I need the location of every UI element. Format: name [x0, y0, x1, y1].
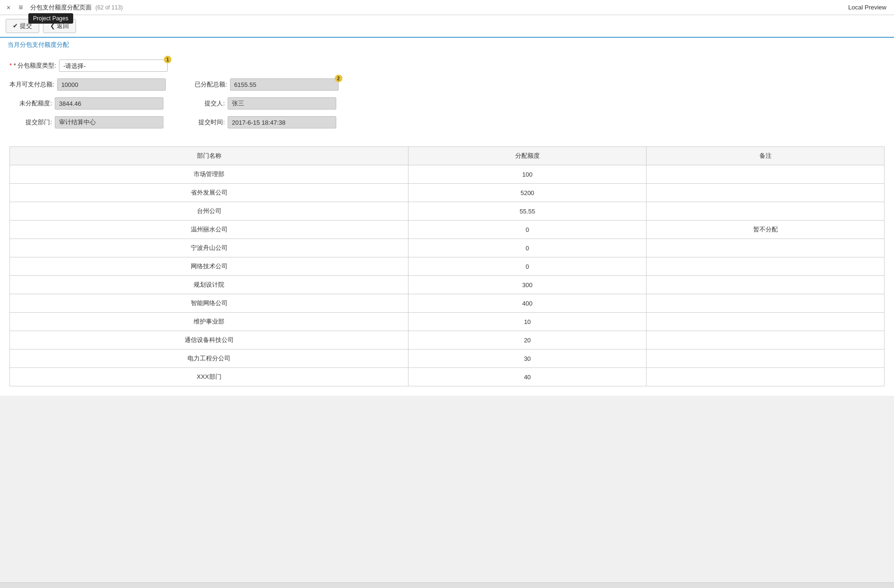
cell-dept: 省外发展公司 — [10, 184, 409, 202]
cell-quota: 300 — [409, 276, 647, 294]
toolbar: ✔ 提交 ❮ 返回 — [0, 15, 894, 37]
content-area: ✔ 提交 ❮ 返回 当月分包支付额度分配 * 分包额度类型: -请选择- 1 本… — [0, 15, 894, 396]
unallocated-label: 未分配额度: — [9, 99, 52, 108]
cell-note — [647, 368, 885, 386]
allocation-table: 部门名称 分配额度 备注 市场管理部100省外发展公司5200台州公司55.55… — [9, 146, 885, 386]
cell-quota: 30 — [409, 349, 647, 368]
allocated-total-label: 已分配总额: — [185, 80, 227, 89]
col-header-note: 备注 — [647, 147, 885, 165]
table-row: 温州丽水公司0暂不分配 — [10, 221, 885, 239]
form-row-unallocated: 未分配额度: 提交人: — [9, 97, 885, 110]
monthly-quota-label: 本月可支付总额: — [9, 80, 54, 89]
cell-quota: 5200 — [409, 184, 647, 202]
quota-type-select[interactable]: -请选择- — [59, 60, 168, 72]
table-body: 市场管理部100省外发展公司5200台州公司55.55温州丽水公司0暂不分配宁波… — [10, 165, 885, 386]
cell-quota: 0 — [409, 221, 647, 239]
table-row: 宁波舟山公司0 — [10, 239, 885, 257]
table-wrapper: 部门名称 分配额度 备注 市场管理部100省外发展公司5200台州公司55.55… — [0, 143, 894, 396]
cell-quota: 0 — [409, 257, 647, 276]
table-row: 规划设计院300 — [10, 276, 885, 294]
cell-dept: 维护事业部 — [10, 313, 409, 331]
cell-note — [647, 331, 885, 349]
dept-label: 提交部门: — [9, 118, 52, 127]
cell-note — [647, 257, 885, 276]
unallocated-input[interactable] — [55, 97, 163, 110]
page-count: (62 of 113) — [95, 4, 123, 11]
submit-time-label: 提交时间: — [182, 118, 225, 127]
cell-quota: 0 — [409, 239, 647, 257]
field-submit-time: 提交时间: — [182, 116, 336, 128]
cell-quota: 55.55 — [409, 202, 647, 221]
section-header: 当月分包支付额度分配 — [0, 37, 894, 52]
monthly-quota-input[interactable] — [57, 78, 166, 91]
badge-1: 1 — [164, 56, 171, 63]
table-header: 部门名称 分配额度 备注 — [10, 147, 885, 165]
cell-dept: 温州丽水公司 — [10, 221, 409, 239]
header-row: 部门名称 分配额度 备注 — [10, 147, 885, 165]
table-row: XXX部门40 — [10, 368, 885, 386]
cell-quota: 10 — [409, 313, 647, 331]
cell-dept: 电力工程分公司 — [10, 349, 409, 368]
table-row: 智能网络公司400 — [10, 294, 885, 313]
cell-dept: 市场管理部 — [10, 165, 409, 184]
field-submitter: 提交人: — [182, 97, 336, 110]
field-monthly-quota: 本月可支付总额: — [9, 78, 166, 91]
quota-type-wrapper: -请选择- 1 — [59, 60, 168, 72]
cell-note — [647, 165, 885, 184]
badge-2: 2 — [335, 75, 342, 82]
cell-dept: 网络技术公司 — [10, 257, 409, 276]
cell-note — [647, 313, 885, 331]
cell-note — [647, 276, 885, 294]
cell-note — [647, 239, 885, 257]
submitter-label: 提交人: — [182, 99, 225, 108]
table-row: 台州公司55.55 — [10, 202, 885, 221]
dept-input[interactable] — [55, 116, 163, 128]
cell-dept: 智能网络公司 — [10, 294, 409, 313]
table-row: 省外发展公司5200 — [10, 184, 885, 202]
cell-dept: 规划设计院 — [10, 276, 409, 294]
cell-dept: 台州公司 — [10, 202, 409, 221]
field-dept: 提交部门: — [9, 116, 163, 128]
form-row-amounts: 本月可支付总额: 已分配总额: 2 — [9, 78, 885, 91]
form-row-dept: 提交部门: 提交时间: — [9, 116, 885, 128]
cell-quota: 400 — [409, 294, 647, 313]
cell-quota: 40 — [409, 368, 647, 386]
form-row-quota-type: * 分包额度类型: -请选择- 1 — [9, 60, 885, 72]
field-allocated-total: 已分配总额: 2 — [185, 78, 339, 91]
submit-time-input[interactable] — [228, 116, 336, 128]
cell-note — [647, 202, 885, 221]
table-row: 网络技术公司0 — [10, 257, 885, 276]
submitter-input[interactable] — [228, 97, 336, 110]
cell-note — [647, 349, 885, 368]
cell-dept: 通信设备科技公司 — [10, 331, 409, 349]
cell-quota: 100 — [409, 165, 647, 184]
local-preview-label: Local Preview — [848, 4, 886, 11]
form-area: * 分包额度类型: -请选择- 1 本月可支付总额: 已分配总额: 2 — [0, 52, 894, 143]
cell-note — [647, 294, 885, 313]
col-header-quota: 分配额度 — [409, 147, 647, 165]
allocated-total-wrapper: 2 — [230, 78, 339, 91]
col-header-dept: 部门名称 — [10, 147, 409, 165]
table-row: 维护事业部10 — [10, 313, 885, 331]
quota-type-label: * 分包额度类型: — [9, 61, 56, 70]
menu-button[interactable]: ≡ — [15, 2, 26, 13]
cell-note: 暂不分配 — [647, 221, 885, 239]
field-unallocated: 未分配额度: — [9, 97, 163, 110]
field-quota-type: * 分包额度类型: -请选择- 1 — [9, 60, 168, 72]
page-title: 分包支付额度分配页面 — [30, 3, 92, 12]
cell-quota: 20 — [409, 331, 647, 349]
close-button[interactable]: × — [4, 3, 13, 12]
tooltip-project-pages: Project Pages — [28, 13, 73, 24]
table-row: 市场管理部100 — [10, 165, 885, 184]
table-row: 通信设备科技公司20 — [10, 331, 885, 349]
cell-dept: 宁波舟山公司 — [10, 239, 409, 257]
table-row: 电力工程分公司30 — [10, 349, 885, 368]
section-title-link[interactable]: 当月分包支付额度分配 — [8, 41, 69, 49]
allocated-total-input[interactable] — [230, 78, 339, 91]
cell-dept: XXX部门 — [10, 368, 409, 386]
title-bar: × ≡ 分包支付额度分配页面 (62 of 113) Local Preview… — [0, 0, 894, 15]
cell-note — [647, 184, 885, 202]
